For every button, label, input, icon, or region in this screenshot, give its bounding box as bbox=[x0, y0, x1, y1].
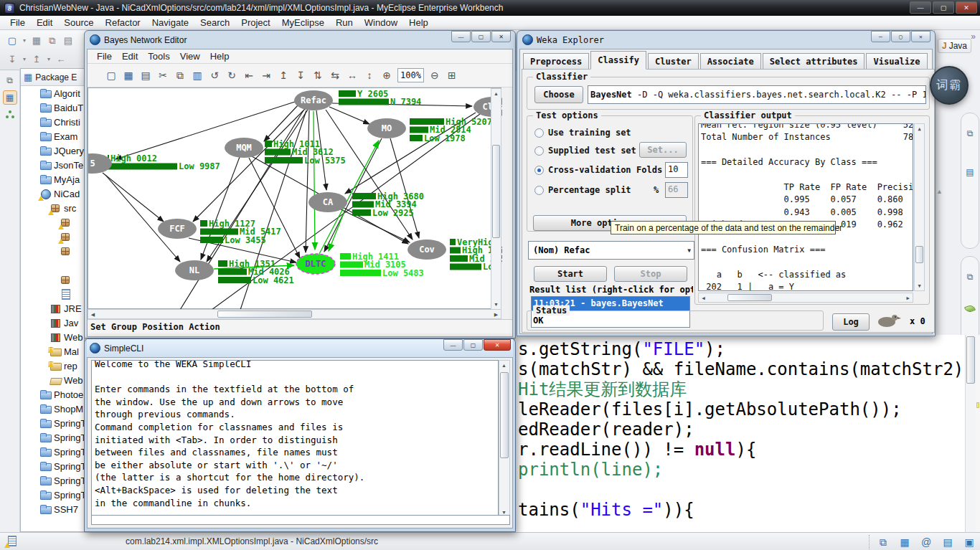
choose-button[interactable]: Choose bbox=[534, 86, 583, 103]
open-icon[interactable]: ▤ bbox=[139, 68, 152, 82]
menu-item-window[interactable]: Window bbox=[359, 17, 403, 28]
menu-item-navigate[interactable]: Navigate bbox=[146, 17, 194, 28]
tree-item[interactable] bbox=[21, 258, 84, 272]
folds-field[interactable]: 10 bbox=[665, 162, 688, 178]
simplecli-command-input[interactable] bbox=[91, 515, 510, 525]
tree-item[interactable]: BaiduT bbox=[21, 100, 84, 115]
weka-titlebar[interactable]: Weka Explorer bbox=[519, 31, 933, 49]
export-icon[interactable]: ↥ bbox=[30, 52, 43, 67]
bayes-titlebar[interactable]: Bayes Network Editor bbox=[87, 31, 513, 49]
close-button[interactable] bbox=[491, 31, 511, 42]
align-right-icon[interactable]: ⇥ bbox=[260, 68, 273, 82]
menu-item-project[interactable]: Project bbox=[235, 17, 275, 28]
tree-item[interactable]: Mal bbox=[21, 344, 84, 359]
scroll-up-icon[interactable] bbox=[915, 124, 924, 133]
save-all-icon[interactable]: ⧉ bbox=[46, 34, 59, 48]
tree-item[interactable]: JQuery bbox=[21, 143, 84, 158]
file-export-icon[interactable]: ▤ bbox=[941, 535, 954, 549]
tree-item[interactable]: rep bbox=[21, 359, 84, 373]
layout-icon[interactable]: ⊞ bbox=[446, 68, 458, 82]
tree-item[interactable]: SpringT bbox=[21, 416, 84, 430]
tree-item[interactable]: src bbox=[21, 201, 84, 215]
align-top-icon[interactable]: ↥ bbox=[277, 68, 290, 82]
radio-icon[interactable] bbox=[534, 128, 544, 138]
java-perspective-button[interactable]: J Java bbox=[938, 39, 971, 53]
tree-item[interactable]: MyAja bbox=[21, 172, 84, 186]
radio-icon[interactable] bbox=[534, 146, 544, 156]
tree-item[interactable]: Jav bbox=[21, 316, 84, 330]
tree-item[interactable] bbox=[21, 229, 84, 244]
restore-icon[interactable]: ⧉ bbox=[963, 270, 977, 284]
zoom-out-icon[interactable]: ⊖ bbox=[428, 68, 441, 82]
copy-icon[interactable]: ⧉ bbox=[174, 68, 187, 82]
hierarchy-view-icon[interactable] bbox=[3, 108, 17, 122]
simplecli-scrollbar[interactable] bbox=[499, 360, 510, 518]
warning-marker[interactable] bbox=[976, 402, 979, 408]
bayes-graph-canvas[interactable]: Y 2605N 7394RefacClasHigh 5207Mid 2814Lo… bbox=[88, 87, 501, 309]
dropdown-arrow-icon[interactable]: ▾ bbox=[22, 34, 27, 48]
scrollbar-thumb[interactable] bbox=[492, 145, 500, 238]
scrollbar-thumb[interactable] bbox=[915, 246, 923, 263]
new-icon[interactable]: ▢ bbox=[105, 68, 118, 82]
mail-icon[interactable]: @ bbox=[920, 535, 933, 549]
percent-field[interactable]: 66 bbox=[665, 182, 688, 198]
new-wizard-icon[interactable]: ▢ bbox=[6, 34, 19, 48]
redo-icon[interactable]: ↻ bbox=[225, 68, 238, 82]
classifier-command-field[interactable]: BayesNet -D -Q weka.classifiers.bayes.ne… bbox=[588, 85, 926, 104]
simplecli-output-area[interactable]: Welcome to the WEKA SimpleCLI Enter comm… bbox=[91, 360, 499, 518]
stop-button[interactable]: Stop bbox=[614, 266, 687, 282]
import-icon[interactable]: ↧ bbox=[6, 52, 19, 67]
menu-item-edit[interactable]: Edit bbox=[31, 17, 58, 28]
undo-icon[interactable]: ↺ bbox=[208, 68, 221, 82]
menu-item-help[interactable]: Help bbox=[205, 51, 235, 62]
supplied-test-set-option[interactable]: Supplied test set bbox=[534, 146, 636, 156]
tab-cluster[interactable]: Cluster bbox=[648, 53, 699, 70]
paste-icon[interactable]: ▥ bbox=[191, 68, 204, 82]
simplecli-titlebar[interactable]: SimpleCLI bbox=[87, 339, 513, 357]
tree-item[interactable]: Web bbox=[21, 373, 84, 387]
back-icon[interactable]: ← bbox=[55, 52, 67, 67]
menu-item-myeclipse[interactable]: MyEclipse bbox=[276, 17, 330, 28]
align-left-icon[interactable]: ⇤ bbox=[242, 68, 255, 82]
use-training-set-option[interactable]: Use training set bbox=[534, 128, 631, 138]
menu-item-run[interactable]: Run bbox=[330, 17, 359, 28]
scrollbar-thumb[interactable] bbox=[217, 310, 312, 318]
menu-item-view[interactable]: View bbox=[175, 51, 205, 62]
tree-item[interactable]: SSH7 bbox=[21, 502, 84, 516]
zoom-level-box[interactable]: 100% bbox=[397, 68, 424, 82]
tab-preprocess[interactable]: Preprocess bbox=[523, 53, 589, 70]
maximize-button[interactable] bbox=[891, 31, 910, 42]
tree-item[interactable] bbox=[21, 272, 84, 287]
tree-item[interactable] bbox=[21, 244, 84, 258]
tree-item[interactable]: SpringT bbox=[21, 488, 84, 502]
align-bottom-icon[interactable]: ↧ bbox=[294, 68, 307, 82]
scroll-right-icon[interactable] bbox=[491, 310, 501, 319]
scrollbar-thumb[interactable] bbox=[727, 294, 772, 301]
center-horizontal-icon[interactable]: ⇆ bbox=[329, 68, 341, 82]
menu-item-source[interactable]: Source bbox=[58, 17, 99, 28]
maximize-button[interactable] bbox=[463, 339, 483, 351]
close-button[interactable]: ✕ bbox=[956, 1, 977, 14]
tree-item[interactable]: SpringT bbox=[21, 430, 84, 445]
code-editor[interactable]: s.getString("FILE");s(matchStr) && fileN… bbox=[515, 335, 980, 532]
tab-visualize[interactable]: Visualize bbox=[866, 53, 927, 70]
radio-selected-icon[interactable] bbox=[534, 166, 544, 175]
start-button[interactable]: Start bbox=[534, 266, 607, 282]
menu-item-tools[interactable]: Tools bbox=[143, 51, 174, 62]
tree-item[interactable]: Algorit bbox=[21, 86, 84, 100]
eclipse-titlebar[interactable]: 8 ChristianWebNew - Java - NiCadXmlOptio… bbox=[0, 0, 980, 16]
restore-icon[interactable]: ⧉ bbox=[963, 126, 977, 141]
save-icon[interactable]: ▦ bbox=[122, 68, 135, 82]
percentage-split-option[interactable]: Percentage split bbox=[534, 185, 631, 195]
scrollbar-thumb[interactable] bbox=[966, 336, 975, 384]
output-vertical-scrollbar[interactable] bbox=[914, 123, 925, 291]
tree-item[interactable]: JsonTe bbox=[21, 158, 84, 172]
radio-icon[interactable] bbox=[534, 186, 544, 195]
tree-item[interactable] bbox=[21, 215, 84, 229]
tab-select-attributes[interactable]: Select attributes bbox=[763, 53, 865, 70]
console-icon[interactable]: ▣ bbox=[963, 535, 976, 549]
zoom-in-icon[interactable]: ⊕ bbox=[380, 68, 393, 82]
scroll-down-icon[interactable] bbox=[491, 300, 501, 309]
tree-item[interactable]: Christi bbox=[21, 115, 84, 129]
scroll-left-icon[interactable] bbox=[699, 293, 708, 303]
